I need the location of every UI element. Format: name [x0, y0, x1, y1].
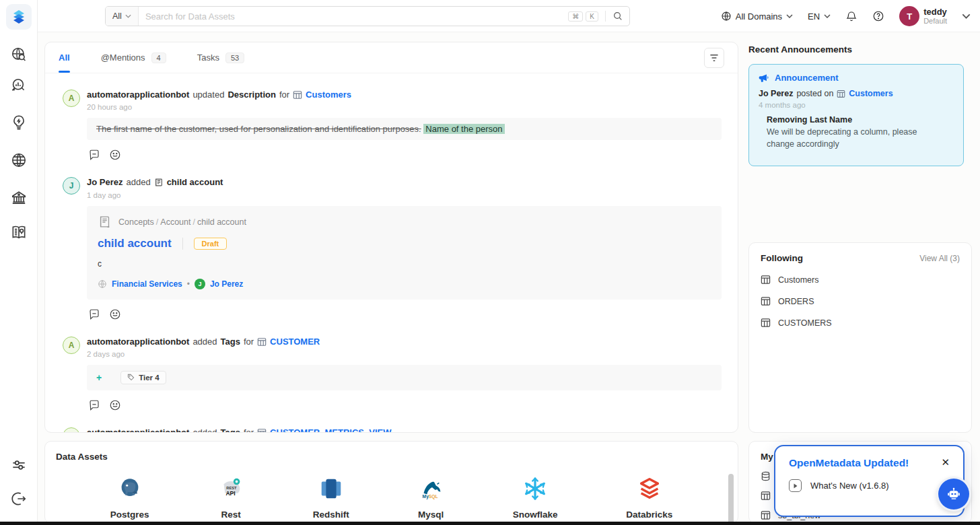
announcement-card[interactable]: Announcement Jo Perez posted on Customer… — [748, 64, 964, 166]
snowflake-icon — [522, 475, 549, 502]
following-item[interactable]: CUSTOMERS — [761, 318, 960, 328]
following-item[interactable]: Customers — [761, 275, 960, 285]
app-logo[interactable] — [6, 4, 32, 30]
user-profile[interactable]: T teddy Default — [899, 6, 947, 26]
breadcrumb: Concepts/Account/child account — [118, 217, 246, 227]
tab-all-label: All — [59, 53, 70, 63]
chevron-down-icon — [824, 14, 831, 18]
avatar: A — [63, 90, 80, 107]
scrollbar-thumb[interactable] — [728, 474, 734, 524]
actor-name: automatorapplicationbot — [87, 90, 189, 100]
glossary-term-title[interactable]: child account — [98, 237, 172, 250]
prep-text: for — [244, 337, 254, 347]
announcement-entity-link[interactable]: Customers — [837, 89, 893, 98]
following-heading: Following — [761, 253, 803, 263]
sidebar-item-insights[interactable] — [9, 113, 28, 132]
recent-announcements-heading: Recent Announcements — [748, 44, 852, 55]
tasks-count-badge: 53 — [225, 53, 244, 63]
service-databricks[interactable]: Databricks — [626, 475, 672, 520]
entity-link[interactable]: CUSTOMER — [257, 337, 320, 347]
action-text: updated — [193, 90, 224, 100]
whats-new-label: What's New (v1.6.8) — [810, 481, 889, 491]
service-snowflake[interactable]: Snowflake — [513, 475, 558, 520]
comment-button[interactable] — [88, 149, 100, 161]
entity-link-label: Customers — [306, 90, 351, 100]
owner-link[interactable]: Jo Perez — [210, 279, 243, 289]
actor-name: automatorapplicationbot — [87, 427, 189, 433]
owner-avatar: J — [195, 279, 205, 289]
domains-label: All Domains — [736, 11, 782, 22]
collapse-chevron-icon[interactable] — [962, 13, 971, 19]
cmd-key: ⌘ — [568, 11, 583, 22]
language-dropdown[interactable]: EN — [808, 11, 831, 22]
service-label: Mysql — [418, 510, 444, 520]
mentions-count-badge: 4 — [151, 53, 166, 63]
avatar: J — [63, 177, 80, 195]
service-postgres[interactable]: Postgres — [110, 475, 149, 520]
service-label: Databricks — [626, 510, 672, 520]
search-shortcut: ⌘ K — [568, 11, 629, 22]
k-key: K — [586, 11, 598, 22]
tag-chip[interactable]: Tier 4 — [120, 371, 166, 384]
add-reaction-button[interactable] — [109, 149, 121, 161]
search-scope-dropdown[interactable]: All — [106, 7, 139, 26]
learning-icon — [10, 223, 28, 241]
search-scope-value: All — [112, 11, 122, 21]
table-icon — [257, 428, 267, 433]
service-redshift[interactable]: Redshift — [313, 475, 349, 520]
removed-text: The first name of the customer, used for… — [96, 124, 421, 134]
entity-link[interactable]: CUSTOMER_METRICS_VIEW — [257, 427, 391, 433]
tab-tasks-label: Tasks — [197, 53, 219, 63]
following-item-label: CUSTOMERS — [778, 318, 832, 328]
sidebar-item-logout[interactable] — [9, 489, 28, 508]
status-badge: Draft — [194, 238, 228, 250]
assistant-bot-button[interactable] — [938, 479, 969, 510]
feed-filter-button[interactable] — [704, 48, 724, 68]
sidebar-item-govern[interactable] — [9, 188, 28, 207]
comment-button[interactable] — [88, 399, 100, 411]
entity-link[interactable]: Customers — [293, 90, 351, 100]
domains-dropdown[interactable]: All Domains — [721, 11, 793, 22]
view-all-link[interactable]: View All (3) — [919, 254, 960, 263]
breadcrumb-part[interactable]: Concepts — [118, 217, 154, 227]
announcement-author: Jo Perez — [759, 89, 793, 98]
timestamp: 2 days ago — [87, 350, 320, 358]
tab-all[interactable]: All — [59, 42, 70, 73]
sidebar-item-observability[interactable] — [9, 76, 28, 95]
add-reaction-button[interactable] — [109, 399, 121, 411]
openmetadata-app: All ⌘ K All Domains EN — [0, 0, 980, 525]
sidebar-item-learning[interactable] — [9, 223, 28, 242]
whats-new-link[interactable]: What's New (v1.6.8) — [789, 479, 950, 492]
notifications-button[interactable] — [845, 10, 858, 22]
following-item[interactable]: ORDERS — [761, 296, 960, 306]
domain-link[interactable]: Financial Services — [112, 279, 182, 289]
comment-button[interactable] — [88, 308, 100, 320]
search-icon[interactable] — [612, 11, 623, 22]
popup-close-button[interactable]: ✕ — [941, 457, 950, 467]
timestamp: 20 hours ago — [87, 103, 351, 111]
user-name: teddy — [923, 7, 947, 18]
entity-link-label: CUSTOMER_METRICS_VIEW — [270, 427, 391, 433]
feed-item-tags-added-customer: A automatorapplicationbot added Tags for… — [63, 337, 722, 411]
postgres-icon — [116, 475, 143, 502]
sidebar-item-explore[interactable] — [9, 45, 28, 64]
breadcrumb-part[interactable]: Account — [160, 217, 190, 227]
add-reaction-button[interactable] — [109, 308, 121, 320]
avatar: A — [63, 427, 80, 433]
service-rest[interactable]: REST API Rest — [217, 475, 244, 520]
mysql-icon: MySQL — [417, 475, 444, 502]
service-label: Postgres — [110, 510, 149, 520]
tab-tasks[interactable]: Tasks 53 — [197, 42, 244, 73]
service-mysql[interactable]: MySQL Mysql — [417, 475, 444, 520]
sidebar-item-settings[interactable] — [9, 456, 28, 475]
chevron-down-icon — [786, 14, 793, 18]
prep-text: for — [279, 90, 289, 100]
topbar-right-cluster: All Domains EN T teddy Default — [721, 0, 971, 32]
tab-mentions[interactable]: @Mentions 4 — [101, 42, 166, 73]
search-input[interactable] — [139, 11, 568, 22]
sidebar-item-domains[interactable] — [9, 151, 28, 170]
robot-icon — [945, 485, 963, 503]
rest-api-icon: REST API — [217, 475, 244, 502]
help-button[interactable] — [872, 10, 884, 22]
breadcrumb-part[interactable]: child account — [197, 217, 246, 227]
